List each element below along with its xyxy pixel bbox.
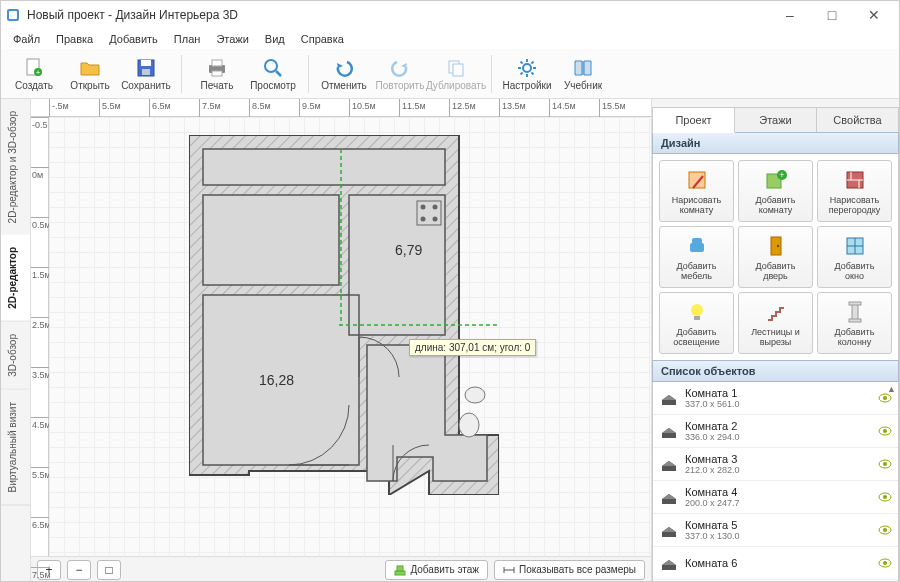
- object-row[interactable]: Комната 1337.0 x 561.0: [653, 382, 898, 415]
- minimize-button[interactable]: –: [769, 3, 811, 27]
- menu-справка[interactable]: Справка: [293, 31, 352, 47]
- design-draw-room-button[interactable]: Нарисовать комнату: [659, 160, 734, 222]
- menu-правка[interactable]: Правка: [48, 31, 101, 47]
- tutorial-button[interactable]: Учебник: [556, 52, 610, 96]
- svg-point-32: [421, 217, 426, 222]
- right-tabs: ПроектЭтажиСвойства: [652, 107, 899, 133]
- close-button[interactable]: ✕: [853, 3, 895, 27]
- print-button[interactable]: Печать: [190, 52, 244, 96]
- design-door-button[interactable]: Добавить дверь: [738, 226, 813, 288]
- svg-point-15: [523, 64, 531, 72]
- design-add-room-button[interactable]: +Добавить комнату: [738, 160, 813, 222]
- svg-line-23: [521, 72, 523, 74]
- object-name: Комната 5: [685, 519, 872, 532]
- room-area-a: 6,79: [395, 242, 422, 258]
- room-icon: [659, 454, 679, 474]
- visibility-icon[interactable]: [878, 558, 892, 568]
- object-list[interactable]: ▲ Комната 1337.0 x 561.0Комната 2336.0 x…: [652, 382, 899, 582]
- view-tab[interactable]: 2D-редактор: [1, 235, 30, 322]
- menu-этажи[interactable]: Этажи: [208, 31, 256, 47]
- copy-icon: [445, 57, 467, 79]
- design-column-button[interactable]: Добавить колонну: [817, 292, 892, 354]
- visibility-icon[interactable]: [878, 459, 892, 469]
- visibility-icon[interactable]: [878, 525, 892, 535]
- object-row[interactable]: Комната 5337.0 x 130.0: [653, 514, 898, 547]
- room-icon: [659, 553, 679, 573]
- ruler-tick: 12.5м: [449, 99, 476, 117]
- settings-button[interactable]: Настройки: [500, 52, 554, 96]
- right-panel: ПроектЭтажиСвойства Дизайн Нарисовать ко…: [651, 99, 899, 582]
- menu-вид[interactable]: Вид: [257, 31, 293, 47]
- design-stairs-button[interactable]: Лестницы и вырезы: [738, 292, 813, 354]
- ruler-tick: 0.5м: [31, 217, 49, 230]
- ruler-tick: -.5м: [49, 99, 69, 117]
- zoom-out-button[interactable]: −: [67, 560, 91, 580]
- disk-icon: [135, 57, 157, 79]
- ruler-tick: 9.5м: [299, 99, 321, 117]
- menu-план[interactable]: План: [166, 31, 209, 47]
- scroll-up-icon[interactable]: ▲: [887, 384, 896, 394]
- ruler-tick: 3.5м: [31, 367, 49, 380]
- object-row[interactable]: Комната 2336.0 x 294.0: [653, 415, 898, 448]
- tab-проект[interactable]: Проект: [652, 107, 735, 133]
- ruler-tick: 1.5м: [31, 267, 49, 280]
- ruler-tick: 10.5м: [349, 99, 376, 117]
- svg-point-55: [776, 245, 778, 247]
- svg-rect-39: [395, 571, 405, 575]
- menu-файл[interactable]: Файл: [5, 31, 48, 47]
- ruler-tick: 6.5м: [31, 517, 49, 530]
- stairs-icon: [764, 299, 788, 325]
- save-button[interactable]: Сохранить: [119, 52, 173, 96]
- ruler-tick: 5.5м: [31, 467, 49, 480]
- object-row[interactable]: Комната 3212.0 x 282.0: [653, 448, 898, 481]
- view-tab[interactable]: 2D-редактор и 3D-обзор: [1, 99, 30, 235]
- svg-rect-53: [692, 238, 702, 244]
- visibility-icon[interactable]: [878, 426, 892, 436]
- toolbar: +СоздатьОткрытьСохранитьПечатьПросмотрОт…: [1, 49, 899, 99]
- svg-point-38: [459, 413, 479, 437]
- object-row[interactable]: Комната 6: [653, 547, 898, 580]
- svg-rect-10: [212, 71, 222, 76]
- visibility-icon[interactable]: [878, 492, 892, 502]
- tab-свойства[interactable]: Свойства: [817, 107, 899, 133]
- svg-rect-60: [694, 316, 700, 320]
- svg-rect-9: [212, 60, 222, 66]
- add-floor-button[interactable]: Добавить этаж: [385, 560, 488, 580]
- svg-point-31: [433, 205, 438, 210]
- ruler-tick: 7.5м: [31, 567, 49, 580]
- maximize-button[interactable]: □: [811, 3, 853, 27]
- create-button[interactable]: +Создать: [7, 52, 61, 96]
- view-tab[interactable]: Виртуальный визит: [1, 390, 30, 506]
- room-icon: [659, 520, 679, 540]
- object-size: 337.0 x 561.0: [685, 399, 872, 409]
- visibility-icon[interactable]: [878, 393, 892, 403]
- room-area-b: 16,28: [259, 372, 294, 388]
- design-furniture-button[interactable]: Добавить мебель: [659, 226, 734, 288]
- furniture-icon: [685, 233, 709, 259]
- ruler-tick: 2.5м: [31, 317, 49, 330]
- design-partition-button[interactable]: Нарисовать перегородку: [817, 160, 892, 222]
- draw-room-icon: [685, 167, 709, 193]
- undo-icon: [333, 57, 355, 79]
- preview-button[interactable]: Просмотр: [246, 52, 300, 96]
- horizontal-ruler: -.5м5.5м6.5м7.5м8.5м9.5м10.5м11.5м12.5м1…: [31, 99, 651, 117]
- tab-этажи[interactable]: Этажи: [735, 107, 817, 133]
- room-icon: [659, 421, 679, 441]
- ruler-tick: 14.5м: [549, 99, 576, 117]
- show-dimensions-button[interactable]: Показывать все размеры: [494, 560, 645, 580]
- design-section-header: Дизайн: [652, 132, 899, 154]
- drawing-viewport[interactable]: 6,79 16,28 длина: 307,01 см; угол: 0: [49, 117, 651, 556]
- svg-rect-63: [849, 319, 861, 322]
- ruler-tick: 13.5м: [499, 99, 526, 117]
- design-light-button[interactable]: Добавить освещение: [659, 292, 734, 354]
- view-tab[interactable]: 3D-обзор: [1, 322, 30, 390]
- open-button[interactable]: Открыть: [63, 52, 117, 96]
- object-row[interactable]: Комната 4200.0 x 247.7: [653, 481, 898, 514]
- undo-button[interactable]: Отменить: [317, 52, 371, 96]
- design-window-button[interactable]: Добавить окно: [817, 226, 892, 288]
- floor-plan[interactable]: 6,79 16,28: [189, 135, 499, 495]
- zoom-fit-button[interactable]: □: [97, 560, 121, 580]
- main-area: 2D-редактор и 3D-обзор2D-редактор3D-обзо…: [1, 99, 899, 582]
- object-size: 200.0 x 247.7: [685, 498, 872, 508]
- menu-добавить[interactable]: Добавить: [101, 31, 166, 47]
